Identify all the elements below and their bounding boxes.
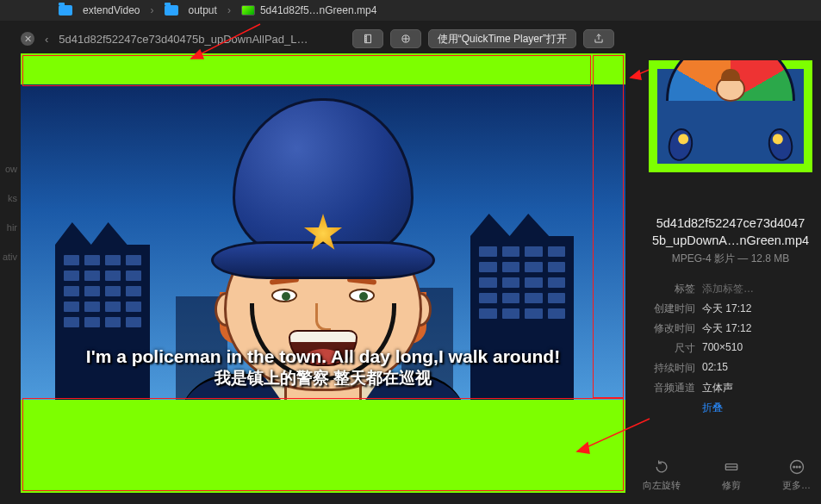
meta-label-dimensions: 尺寸 <box>640 341 702 356</box>
close-icon: ✕ <box>24 34 32 45</box>
meta-label-created: 创建时间 <box>640 302 702 316</box>
open-preview-button[interactable] <box>352 29 383 48</box>
subtitle-zh: 我是镇上的警察 整天都在巡视 <box>21 368 625 389</box>
more-button[interactable]: 更多… <box>782 458 811 492</box>
sidebar-item[interactable]: hir <box>0 222 19 233</box>
meta-label-duration: 持续时间 <box>640 361 702 376</box>
sidebar-item[interactable]: ow <box>0 164 19 174</box>
video-subtitle: I'm a policeman in the town. All day lon… <box>21 345 625 389</box>
path-seg-file[interactable]: 5d41d82f5…nGreen.mp4 <box>234 4 383 16</box>
folder-icon <box>165 5 178 16</box>
svg-point-9 <box>793 466 794 468</box>
meta-value-created: 今天 17:12 <box>702 302 821 316</box>
share-icon <box>593 33 605 45</box>
video-preview[interactable]: I'm a policeman in the town. All day lon… <box>21 53 625 493</box>
more-icon <box>788 458 805 476</box>
video-file-icon <box>241 5 255 16</box>
quick-actions: 向左旋转 修剪 更多… <box>643 458 811 492</box>
open-with-label: 使用“QuickTime Player”打开 <box>438 32 567 47</box>
filename-line2: 5b_upDownA…nGreen.mp4 <box>652 233 809 250</box>
action-label: 修剪 <box>722 479 741 492</box>
back-button[interactable]: ‹ <box>41 33 52 46</box>
letterbox-bottom <box>21 400 625 493</box>
meta-label-tags: 标签 <box>640 282 702 296</box>
meta-label-audio: 音频通道 <box>640 381 702 395</box>
meta-value-tags[interactable]: 添加标签… <box>702 282 821 296</box>
sidebar-item[interactable]: ativ <box>0 252 19 262</box>
markup-icon <box>400 33 412 45</box>
filename-line1: 5d41d82f52247ce73d4047 <box>652 215 809 233</box>
path-label: extendVideo <box>83 4 140 16</box>
action-label: 更多… <box>782 479 811 492</box>
share-button[interactable] <box>583 29 614 48</box>
finder-sidebar-fragment: ow ks hir ativ <box>0 164 19 262</box>
chevron-right-icon: › <box>151 4 154 16</box>
meta-value-modified: 今天 17:12 <box>702 321 821 336</box>
svg-point-11 <box>799 466 800 468</box>
info-type-size: MPEG-4 影片 — 12.8 MB <box>672 252 790 266</box>
svg-point-10 <box>796 466 798 468</box>
open-preview-icon <box>362 33 374 45</box>
rotate-left-button[interactable]: 向左旋转 <box>643 458 681 492</box>
folder-icon <box>59 5 72 16</box>
info-metadata: 标签 添加标签… 创建时间 今天 17:12 修改时间 今天 17:12 尺寸 … <box>640 282 821 415</box>
rotate-left-icon <box>653 458 670 476</box>
preview-titlebar: ✕ ‹ 5d41d82f52247ce73d40475b_upDownAllPa… <box>21 26 614 52</box>
path-seg-output[interactable]: output <box>158 4 224 16</box>
meta-value-audio: 立体声 <box>702 381 821 395</box>
trim-icon <box>723 458 740 476</box>
meta-label-modified: 修改时间 <box>640 321 702 336</box>
trim-button[interactable]: 修剪 <box>722 458 741 492</box>
collapse-link[interactable]: 折叠 <box>702 401 821 415</box>
open-with-button[interactable]: 使用“QuickTime Player”打开 <box>428 29 576 48</box>
letterbox-top <box>21 53 625 84</box>
path-seg-extendvideo[interactable]: extendVideo <box>52 4 147 16</box>
meta-spacer <box>640 401 702 415</box>
path-label: 5d41d82f5…nGreen.mp4 <box>260 4 376 16</box>
video-frame: I'm a policeman in the town. All day lon… <box>21 84 625 400</box>
subtitle-en: I'm a policeman in the town. All day lon… <box>86 346 560 366</box>
markup-button[interactable] <box>390 29 421 48</box>
document-title: 5d41d82f52247ce73d40475b_upDownAllPad_L… <box>59 33 345 46</box>
path-bar: extendVideo › output › 5d41d82f5…nGreen.… <box>0 0 821 21</box>
sidebar-item[interactable]: ks <box>0 193 19 203</box>
meta-value-dimensions: 700×510 <box>702 341 821 356</box>
meta-value-duration: 02:15 <box>702 361 821 376</box>
close-button[interactable]: ✕ <box>21 32 34 46</box>
path-label: output <box>189 4 217 16</box>
chevron-right-icon: › <box>227 4 231 16</box>
chevron-left-icon: ‹ <box>45 33 48 46</box>
info-filename: 5d41d82f52247ce73d4047 5b_upDownA…nGreen… <box>649 215 812 249</box>
action-label: 向左旋转 <box>643 479 681 492</box>
file-thumbnail[interactable] <box>649 60 812 172</box>
info-panel: 5d41d82f52247ce73d4047 5b_upDownA…nGreen… <box>640 60 821 415</box>
